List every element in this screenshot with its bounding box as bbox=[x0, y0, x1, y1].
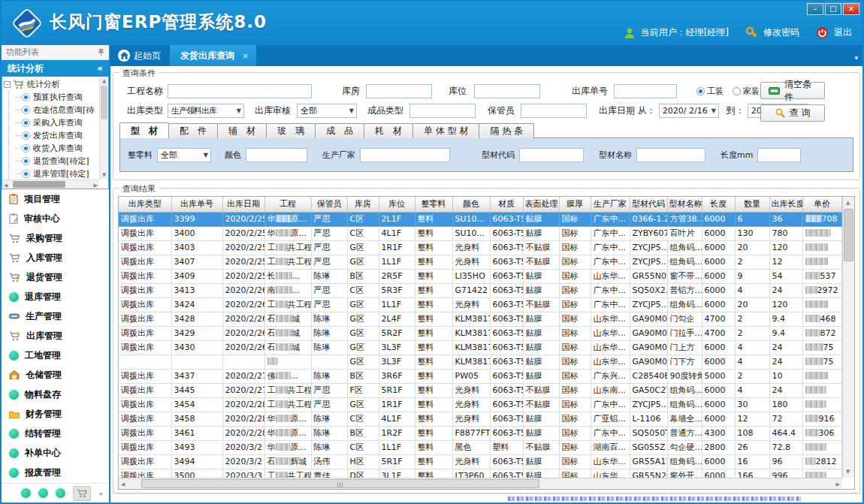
tree-item-退库管理[待定][interactable]: 退库管理[待定] bbox=[2, 167, 99, 180]
change-password-link[interactable]: 修改密码 bbox=[763, 26, 799, 39]
sidebar-item-审核中心[interactable]: 审核中心 bbox=[2, 209, 109, 228]
material-tab-6[interactable]: 单 体 型 材 bbox=[412, 123, 479, 138]
tree-item-收货入库查询[interactable]: 收货入库查询 bbox=[2, 142, 99, 155]
sidebar-item-工地管理[interactable]: 工地管理 bbox=[2, 346, 109, 365]
order-no-input[interactable] bbox=[614, 84, 677, 98]
column-header-单价[interactable]: 单价 bbox=[802, 197, 841, 212]
sidebar-item-退库管理[interactable]: 退库管理 bbox=[2, 287, 109, 306]
material-tab-3[interactable]: 玻 璃 bbox=[266, 123, 316, 138]
teal-dot-icon[interactable] bbox=[21, 488, 31, 498]
pin-icon[interactable] bbox=[98, 48, 104, 56]
grid-vertical-scrollbar[interactable]: ▲ ▼ bbox=[842, 197, 854, 478]
sidebar-item-出库管理[interactable]: 出库管理 bbox=[2, 326, 109, 346]
table-row[interactable]: 调拨出库34282020/2/26石城陈琳G区2L4F整料KLM38176063… bbox=[119, 312, 842, 326]
table-row[interactable]: 调拨出库34542020/2/28工共工程严思G区1R1F整料光身料6063-T… bbox=[119, 397, 842, 412]
table-row[interactable]: 调拨出库34032020/2/25工共工程严思G区1R1F整料光身料6063-T… bbox=[119, 240, 842, 255]
logout-link[interactable]: 退出 bbox=[834, 26, 852, 39]
column-header-膜厚[interactable]: 膜厚 bbox=[559, 197, 591, 212]
table-row[interactable]: 调拨出库35002020/3/3工共工程曹佳D区3L1F整料LT3P606063… bbox=[119, 469, 842, 478]
product-type-input[interactable] bbox=[409, 104, 476, 118]
tree-root[interactable]: -统计分析 bbox=[2, 78, 99, 91]
column-header-工程[interactable]: 工程 bbox=[264, 197, 311, 212]
material-tab-1[interactable]: 配 件 bbox=[168, 123, 218, 138]
table-row[interactable]: 调拨出库34612020/2/28华原...陈琳B区1R2F整料F8877FT6… bbox=[119, 426, 842, 440]
table-row[interactable]: 调拨出库34092020/2/25长...陈琳B区2R5F整料LI35HO606… bbox=[119, 269, 842, 283]
sidebar-item-项目管理[interactable]: 项目管理 bbox=[2, 189, 109, 209]
color-input[interactable] bbox=[246, 148, 307, 162]
column-header-整零料[interactable]: 整零料 bbox=[415, 197, 452, 212]
column-header-库房[interactable]: 库房 bbox=[347, 197, 379, 212]
table-row[interactable]: 调拨出库34302020/2/26石城陈琳G区3L3F整料KLM38176063… bbox=[119, 340, 842, 355]
out-type-combo[interactable]: 生产领料出库▼ bbox=[168, 104, 244, 118]
search-button[interactable]: 查 询 bbox=[760, 104, 825, 122]
sidebar-item-入库管理[interactable]: 入库管理 bbox=[2, 248, 109, 267]
collapse-icon[interactable]: « bbox=[97, 63, 103, 74]
keeper-input[interactable] bbox=[521, 104, 587, 118]
close-button[interactable]: × bbox=[843, 3, 859, 15]
column-header-出库长度[interactable]: 出库长度 bbox=[769, 197, 802, 212]
column-header-出库单号[interactable]: 出库单号 bbox=[171, 197, 222, 212]
column-header-型材代码[interactable]: 型材代码 bbox=[630, 197, 667, 212]
column-header-型材名称[interactable]: 型材名称 bbox=[667, 197, 702, 212]
table-row[interactable]: 调拨出库34072020/2/25工共工程严思G区1L1F整料光身料6063-T… bbox=[119, 255, 842, 269]
sidebar-item-物料盘存[interactable]: 物料盘存 bbox=[2, 385, 109, 404]
grid-horizontal-scrollbar[interactable]: ◀ ▶ bbox=[119, 478, 842, 489]
table-row[interactable]: 调拨出库34292020/2/26石城陈琳G区5R2F整料KLM38176063… bbox=[119, 326, 842, 340]
radio-home[interactable]: 家装 bbox=[733, 86, 760, 97]
maker-input[interactable] bbox=[360, 148, 450, 162]
table-row[interactable]: 调拨出库34932020/3/2华原...陈琳C区1L1F整料黑色塑料不贴膜国标… bbox=[119, 440, 842, 454]
more-chevron-icon[interactable]: » bbox=[98, 490, 103, 496]
sidebar-item-仓储管理[interactable]: 仓储管理 bbox=[2, 365, 109, 385]
tree-item-在途信息查询[待[interactable]: 在途信息查询[待 bbox=[2, 104, 99, 116]
tree-item-采购入库查询[interactable]: 采购入库查询 bbox=[2, 116, 99, 129]
tree-item-退货查询[待定][interactable]: 退货查询[待定] bbox=[2, 155, 99, 167]
column-header-颜色[interactable]: 颜色 bbox=[452, 197, 490, 212]
warehouse-input[interactable] bbox=[366, 84, 432, 98]
tree-expander-icon[interactable]: - bbox=[4, 81, 11, 88]
minimize-button[interactable]: – bbox=[807, 3, 823, 15]
clear-conditions-button[interactable]: 清空条件 bbox=[760, 82, 825, 99]
sidebar-item-补单中心[interactable]: 补单中心 bbox=[2, 443, 109, 463]
radio-industrial[interactable]: 工装 bbox=[696, 86, 724, 97]
teal-dot-icon[interactable] bbox=[56, 488, 65, 498]
sidebar-item-财务管理[interactable]: 财务管理 bbox=[2, 404, 109, 424]
column-header-保管员[interactable]: 保管员 bbox=[311, 197, 347, 212]
table-row[interactable]: 调拨出库34372020/2/27佛...陈琳B区3R6F整料PW056063-… bbox=[119, 369, 842, 383]
material-tab-0[interactable]: 型 材 bbox=[119, 122, 169, 138]
tab-home[interactable]: 起始页 bbox=[110, 45, 170, 66]
location-input[interactable] bbox=[474, 84, 540, 98]
column-header-表面处理[interactable]: 表面处理 bbox=[523, 197, 559, 212]
column-header-长度[interactable]: 长度 bbox=[702, 197, 735, 212]
table-row[interactable]: 调拨出库34132020/2/26南...严思C区5R3F整料G71422606… bbox=[119, 283, 842, 297]
maximize-button[interactable]: □ bbox=[825, 3, 841, 15]
length-input[interactable] bbox=[757, 148, 801, 162]
column-header-材质[interactable]: 材质 bbox=[490, 197, 523, 212]
sidebar-item-退货管理[interactable]: 退货管理 bbox=[2, 267, 109, 287]
column-header-出库类型[interactable]: 出库类型 bbox=[119, 197, 171, 212]
material-tab-4[interactable]: 成 品 bbox=[315, 123, 364, 138]
tab-list-caret-icon[interactable]: ▾ bbox=[854, 54, 858, 62]
material-tab-7[interactable]: 隔 热 条 bbox=[479, 123, 534, 138]
material-tab-2[interactable]: 辅 材 bbox=[217, 123, 267, 138]
material-tab-5[interactable]: 耗 材 bbox=[364, 123, 413, 138]
date-from-picker[interactable]: 2020/ 2/16▼ bbox=[659, 104, 719, 118]
table-row[interactable]: G区3L3F整料KLM38176063-T5贴膜国标山东华...GA90M09.… bbox=[119, 355, 842, 369]
tree-horizontal-scrollbar[interactable]: ◀ ▶ bbox=[2, 180, 99, 189]
column-header-生产厂家[interactable]: 生产厂家 bbox=[591, 197, 630, 212]
project-name-input[interactable] bbox=[168, 84, 312, 98]
audit-combo[interactable]: 全部▼ bbox=[297, 104, 357, 118]
sidebar-group-header[interactable]: 统计分析 « bbox=[2, 60, 109, 77]
sidebar-item-采购管理[interactable]: 采购管理 bbox=[2, 228, 109, 248]
tab-close-icon[interactable]: × bbox=[242, 51, 249, 61]
table-row[interactable]: 调拨出库34452020/2/27工共工程严思F区5R1F整料光身料6063-T… bbox=[119, 383, 842, 397]
table-row[interactable]: 调拨出库34942020/3/2石辉城汤伟H区5R1F整料光身料6063-T5贴… bbox=[119, 454, 842, 469]
column-header-出库日期[interactable]: 出库日期 bbox=[222, 197, 264, 212]
tree-item-发货出库查询[interactable]: 发货出库查询 bbox=[2, 129, 99, 142]
profile-code-input[interactable] bbox=[519, 148, 584, 162]
table-row[interactable]: 调拨出库34002020/2/25华原...严思C区4L1F整料SU10...6… bbox=[119, 226, 842, 240]
column-header-库位[interactable]: 库位 bbox=[379, 197, 415, 212]
sidebar-item-结转管理[interactable]: 结转管理 bbox=[2, 424, 109, 443]
table-row[interactable]: 调拨出库34242020/2/26工共工程严思G区1L1F整料光身料6063-T… bbox=[119, 297, 842, 312]
column-header-数量[interactable]: 数量 bbox=[735, 197, 769, 212]
table-row[interactable]: 调拨出库34582020/2/28华原...陈琳C区4L1F整料光身料6063-… bbox=[119, 412, 842, 426]
